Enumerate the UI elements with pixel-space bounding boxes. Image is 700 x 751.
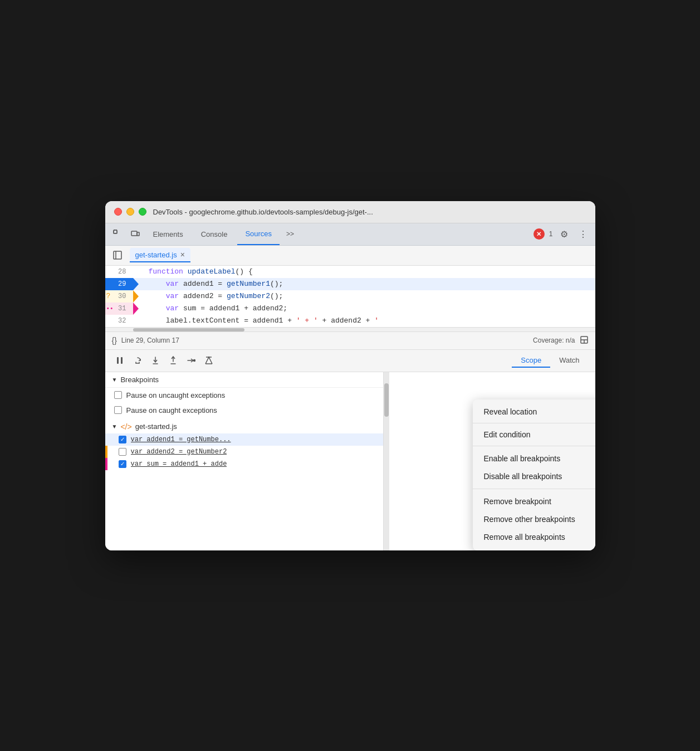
context-menu-edit-condition[interactable]: Edit condition — [473, 426, 595, 443]
breakpoint-item-3[interactable]: var sum = addend1 + adde — [105, 458, 383, 470]
line-content-31: var sum = addend1 + addend2; — [144, 303, 288, 315]
breakpoint-item-1[interactable]: var addend1 = getNumbe... — [105, 433, 383, 446]
window-title: DevTools - googlechrome.github.io/devtoo… — [153, 208, 373, 216]
file-tab-get-started[interactable]: get-started.js × — [130, 248, 190, 262]
devtools-window: DevTools - googlechrome.github.io/devtoo… — [105, 201, 595, 550]
deactivate-breakpoints-button[interactable] — [201, 353, 217, 368]
breakpoint-filename: get-started.js — [135, 422, 177, 431]
tab-actions: ✕ 1 ⚙ ⋮ — [533, 226, 591, 242]
breakpoint-2-text: var addend2 = getNumber2 — [131, 448, 227, 456]
chevron-down-icon-file: ▼ — [112, 423, 118, 430]
settings-icon[interactable]: ⚙ — [556, 226, 572, 242]
svg-rect-9 — [117, 357, 119, 364]
tab-console[interactable]: Console — [193, 223, 236, 245]
maximize-button[interactable] — [139, 208, 146, 216]
code-editor[interactable]: 28 function updateLabel() { 29 var adden… — [105, 266, 595, 328]
step-out-button[interactable] — [165, 353, 181, 368]
breakpoints-panel: ▼ Breakpoints Pause on uncaught exceptio… — [105, 372, 384, 550]
tab-watch[interactable]: Watch — [550, 354, 588, 368]
pause-caught-row: Pause on caught exceptions — [105, 403, 383, 418]
line-number-29: 29 — [105, 278, 133, 290]
breakpoint-3-text: var sum = addend1 + adde — [131, 460, 227, 468]
scope-watch-tabs: Scope Watch — [512, 354, 588, 368]
svg-rect-2 — [131, 231, 137, 236]
pause-resume-button[interactable] — [112, 353, 128, 368]
code-line-28: 28 function updateLabel() { — [105, 266, 595, 278]
pretty-print-icon[interactable]: {} — [112, 336, 117, 345]
step-over-button[interactable] — [130, 353, 145, 368]
close-button[interactable] — [114, 208, 122, 216]
context-menu-group-remove: Remove breakpoint Remove other breakpoin… — [473, 491, 595, 547]
chevron-down-icon: ▼ — [112, 377, 118, 383]
traffic-lights — [114, 208, 146, 216]
pause-uncaught-label: Pause on uncaught exceptions — [126, 391, 226, 399]
more-tabs-button[interactable]: >> — [282, 228, 298, 240]
context-menu-reveal-location[interactable]: Reveal location — [473, 403, 595, 421]
breakpoint-2-checkbox[interactable] — [119, 448, 126, 456]
step-into-button[interactable] — [148, 353, 163, 368]
context-menu-divider-1 — [473, 423, 595, 423]
code-line-32: 32 label.textContent = addend1 + ' + ' +… — [105, 315, 595, 327]
sidebar-toggle-button[interactable] — [110, 247, 125, 263]
pause-uncaught-row: Pause on uncaught exceptions — [105, 388, 383, 403]
step-button[interactable] — [183, 353, 199, 368]
code-line-30: ? 30 var addend2 = getNumber2(); — [105, 290, 595, 303]
svg-rect-1 — [114, 230, 117, 233]
breakpoint-1-checkbox[interactable] — [119, 436, 126, 443]
file-tab-name: get-started.js — [135, 251, 177, 259]
context-menu: Reveal location Edit condition Enable al… — [473, 399, 595, 550]
coverage-icon[interactable] — [580, 335, 589, 346]
svg-rect-4 — [114, 251, 121, 259]
context-menu-remove-all[interactable]: Remove all breakpoints — [473, 528, 595, 546]
horizontal-scrollbar[interactable] — [105, 328, 595, 332]
file-code-icon: </> — [120, 422, 131, 431]
svg-rect-10 — [121, 357, 123, 364]
pause-caught-checkbox[interactable] — [114, 406, 122, 414]
tab-scope[interactable]: Scope — [512, 354, 550, 368]
line-content-30: var addend2 = getNumber2(); — [144, 290, 283, 303]
line-number-30: ? 30 — [105, 290, 133, 303]
debugbar: Scope Watch — [105, 350, 595, 372]
file-tab-close-button[interactable]: × — [180, 250, 185, 259]
context-menu-remove-breakpoint[interactable]: Remove breakpoint — [473, 492, 595, 510]
file-breakpoints-section: ▼ </> get-started.js var addend1 = getNu… — [105, 418, 383, 472]
inspect-icon[interactable] — [110, 226, 125, 242]
responsive-icon[interactable] — [128, 226, 143, 242]
context-menu-divider-3 — [473, 489, 595, 489]
error-count: 1 — [549, 230, 553, 238]
code-line-29: 29 var addend1 = getNumber1(); — [105, 278, 595, 290]
cursor-position: Line 29, Column 17 — [121, 337, 179, 344]
breakpoint-item-2[interactable]: var addend2 = getNumber2 — [105, 446, 383, 458]
line-number-28: 28 — [105, 266, 133, 278]
context-menu-enable-all[interactable]: Enable all breakpoints — [473, 450, 595, 467]
tab-sources[interactable]: Sources — [237, 223, 280, 245]
pause-uncaught-checkbox[interactable] — [114, 391, 122, 399]
line-number-32: 32 — [105, 315, 133, 327]
file-breakpoints-header[interactable]: ▼ </> get-started.js — [105, 420, 383, 433]
tab-elements[interactable]: Elements — [145, 223, 191, 245]
vertical-scrollbar-thumb[interactable] — [384, 383, 389, 417]
titlebar: DevTools - googlechrome.github.io/devtoo… — [105, 201, 595, 223]
pause-caught-label: Pause on caught exceptions — [126, 406, 217, 414]
error-icon: ✕ — [533, 228, 545, 240]
line-content-32: label.textContent = addend1 + ' + ' + ad… — [144, 315, 379, 327]
context-menu-divider-2 — [473, 446, 595, 446]
vertical-scrollbar[interactable] — [384, 372, 389, 550]
minimize-button[interactable] — [126, 208, 134, 216]
context-menu-group-all: Enable all breakpoints Disable all break… — [473, 448, 595, 486]
scroll-thumb[interactable] — [133, 328, 244, 331]
scope-panel: Not paused Reveal location Edit conditio… — [389, 372, 595, 550]
breakpoints-header[interactable]: ▼ Breakpoints — [105, 372, 383, 388]
svg-point-19 — [193, 360, 195, 362]
line-content-29: var addend1 = getNumber1(); — [144, 278, 595, 290]
more-options-icon[interactable]: ⋮ — [575, 226, 591, 242]
line-number-31: •• 31 — [105, 303, 133, 315]
filetabbar: get-started.js × — [105, 246, 595, 266]
status-right: Coverage: n/a — [533, 335, 588, 346]
tabbar: Elements Console Sources >> ✕ 1 ⚙ ⋮ — [105, 223, 595, 246]
statusbar: {} Line 29, Column 17 Coverage: n/a — [105, 332, 595, 350]
svg-rect-3 — [137, 232, 139, 236]
breakpoint-3-checkbox[interactable] — [119, 460, 126, 468]
context-menu-disable-all[interactable]: Disable all breakpoints — [473, 467, 595, 485]
context-menu-remove-other[interactable]: Remove other breakpoints — [473, 510, 595, 528]
